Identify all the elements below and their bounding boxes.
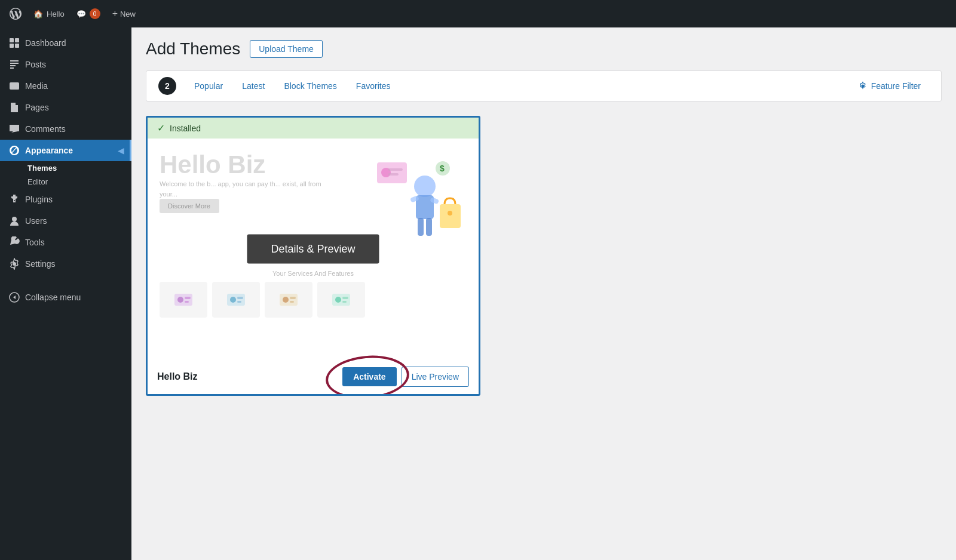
svg-rect-0	[10, 38, 14, 42]
comments-sidebar-icon	[8, 123, 20, 135]
svg-rect-34	[290, 297, 296, 299]
theme-card-footer: Hello Biz Activate Live Preview	[148, 359, 479, 394]
installed-bar: ✓ Installed	[148, 118, 479, 139]
svg-rect-27	[185, 301, 189, 303]
svg-point-5	[11, 84, 14, 87]
theme-count-badge: 2	[158, 77, 176, 95]
dashboard-icon	[8, 37, 20, 49]
preview-sub-text: Welcome to the b... app, you can pay th.…	[160, 179, 335, 199]
svg-rect-20	[440, 204, 461, 228]
collapse-label: Collapse menu	[25, 293, 81, 302]
page-header: Add Themes Upload Theme	[146, 39, 942, 59]
preview-card-3	[265, 282, 312, 318]
preview-card-2	[212, 282, 260, 318]
svg-rect-15	[426, 218, 432, 236]
themes-grid: ✓ Installed Hello Biz Welcome to the b..…	[146, 116, 942, 396]
check-icon: ✓	[157, 122, 165, 134]
preview-card-1	[160, 282, 207, 318]
plus-icon: +	[112, 8, 118, 19]
sidebar-item-plugins[interactable]: Plugins	[0, 189, 131, 210]
comment-count-badge: 0	[90, 8, 100, 19]
svg-rect-19	[388, 173, 399, 176]
activate-button[interactable]: Activate	[342, 367, 396, 386]
sidebar-label-dashboard: Dashboard	[25, 38, 66, 48]
sidebar-label-tools: Tools	[25, 238, 45, 247]
svg-point-37	[335, 297, 341, 303]
tab-block-themes[interactable]: Block Themes	[275, 76, 345, 96]
svg-rect-1	[15, 38, 19, 42]
sidebar-label-pages: Pages	[25, 103, 49, 112]
tools-icon	[8, 236, 20, 248]
live-preview-button[interactable]: Live Preview	[402, 367, 469, 387]
svg-rect-35	[290, 301, 294, 303]
sidebar-sub-label-editor: Editor	[27, 177, 48, 186]
home-icon: 🏠	[33, 10, 43, 19]
appearance-arrow-icon: ◀	[118, 146, 124, 155]
comments-link[interactable]: 💬 0	[72, 0, 105, 27]
svg-rect-39	[342, 301, 347, 303]
theme-name: Hello Biz	[157, 371, 198, 382]
posts-icon	[8, 59, 20, 70]
sidebar-label-media: Media	[25, 81, 48, 91]
sidebar-label-settings: Settings	[25, 259, 56, 269]
upload-theme-button[interactable]: Upload Theme	[250, 40, 323, 58]
sidebar-item-posts[interactable]: Posts	[0, 54, 131, 75]
svg-text:$: $	[440, 164, 445, 173]
details-preview-overlay[interactable]: Details & Preview	[247, 235, 379, 264]
sidebar-item-media[interactable]: Media	[0, 75, 131, 97]
sidebar-label-plugins: Plugins	[25, 195, 53, 204]
sidebar-sub-label-themes: Themes	[27, 164, 57, 173]
sidebar-item-settings[interactable]: Settings	[0, 253, 131, 275]
filter-bar: 2 Popular Latest Block Themes Favorites …	[146, 70, 942, 101]
sidebar-item-comments[interactable]: Comments	[0, 118, 131, 140]
svg-rect-31	[237, 301, 241, 303]
new-item-link[interactable]: + New	[108, 0, 140, 27]
sidebar-item-pages[interactable]: Pages	[0, 97, 131, 118]
feature-filter-button[interactable]: Feature Filter	[850, 76, 929, 96]
sidebar-item-users[interactable]: Users	[0, 210, 131, 232]
gear-icon	[858, 81, 868, 91]
preview-cards	[160, 282, 467, 318]
tab-popular[interactable]: Popular	[186, 76, 231, 96]
sidebar-item-appearance[interactable]: Appearance ◀	[0, 140, 131, 161]
theme-preview: Hello Biz Welcome to the b... app, you c…	[148, 139, 479, 359]
pages-icon	[8, 101, 20, 113]
main-content: Add Themes Upload Theme 2 Popular Latest…	[131, 27, 956, 560]
preview-discover-btn: Discover More	[160, 199, 219, 213]
collapse-menu-item[interactable]: Collapse menu	[0, 287, 131, 308]
tab-favorites[interactable]: Favorites	[348, 76, 399, 96]
sidebar-item-tools[interactable]: Tools	[0, 232, 131, 253]
comment-bubble-icon: 💬	[76, 10, 86, 19]
plugins-icon	[8, 193, 20, 205]
sidebar-sub-themes[interactable]: Themes	[0, 161, 131, 175]
sidebar-label-posts: Posts	[25, 60, 46, 69]
tab-latest[interactable]: Latest	[234, 76, 273, 96]
theme-card-hello-biz[interactable]: ✓ Installed Hello Biz Welcome to the b..…	[146, 116, 480, 396]
theme-actions: Activate Live Preview	[342, 367, 469, 387]
sidebar-label-comments: Comments	[25, 124, 66, 134]
sidebar-sub-editor[interactable]: Editor	[0, 175, 131, 189]
sidebar-item-dashboard[interactable]: Dashboard	[0, 32, 131, 54]
svg-rect-14	[418, 218, 424, 236]
preview-hero-text: Hello Biz	[160, 150, 335, 179]
svg-point-21	[448, 211, 452, 216]
svg-rect-2	[10, 44, 14, 48]
svg-rect-38	[342, 297, 348, 299]
page-title: Add Themes	[146, 39, 240, 59]
svg-rect-18	[388, 168, 403, 171]
svg-point-6	[12, 217, 17, 221]
installed-label: Installed	[170, 124, 201, 133]
svg-point-25	[177, 297, 183, 303]
preview-section-label: Your Services And Features	[160, 270, 467, 277]
users-icon	[8, 215, 20, 227]
svg-point-7	[13, 262, 16, 266]
admin-bar: 🏠 Hello 💬 0 + New	[0, 0, 956, 27]
svg-rect-3	[15, 44, 19, 48]
site-name-link[interactable]: 🏠 Hello	[29, 0, 69, 27]
sidebar-label-users: Users	[25, 216, 47, 226]
wp-logo-icon[interactable]	[7, 5, 24, 22]
appearance-icon	[8, 144, 20, 156]
layout: Dashboard Posts Media Pages Comments	[0, 27, 956, 560]
svg-point-33	[283, 297, 289, 303]
preview-card-4	[317, 282, 365, 318]
